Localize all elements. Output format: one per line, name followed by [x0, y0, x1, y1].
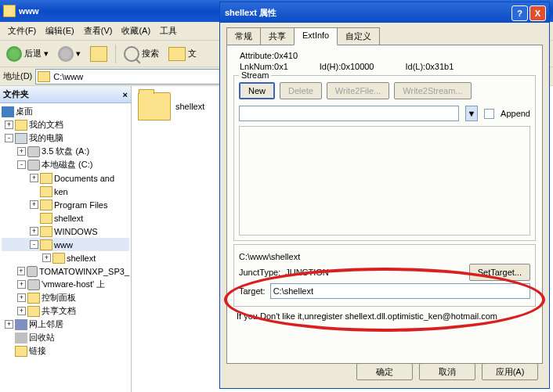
back-icon	[6, 46, 22, 62]
collapse-icon[interactable]: -	[17, 160, 26, 169]
menu-file[interactable]: 文件(F)	[3, 23, 41, 38]
tree-docs[interactable]: +Documents and	[2, 171, 129, 185]
tab-general[interactable]: 常规	[226, 27, 261, 45]
network-icon	[15, 319, 27, 330]
folder-icon	[15, 120, 27, 131]
folders-icon	[168, 47, 186, 61]
folder-icon	[40, 173, 52, 184]
append-checkbox[interactable]	[484, 109, 494, 119]
expand-icon[interactable]: +	[42, 254, 51, 262]
stream-content	[239, 126, 530, 236]
target-label: Target:	[239, 286, 266, 296]
up-button[interactable]	[87, 45, 110, 63]
forward-button[interactable]: ▾	[55, 45, 84, 63]
tree-recycle[interactable]: 回收站	[2, 331, 129, 344]
expand-icon[interactable]: +	[17, 293, 26, 302]
expand-icon[interactable]: +	[17, 280, 26, 289]
tree-network[interactable]: +网上邻居	[2, 318, 129, 331]
tree-cdrive[interactable]: -本地磁盘 (C:)	[2, 158, 129, 171]
tree-shellext[interactable]: shellext	[2, 211, 129, 225]
tab-custom[interactable]: 自定义	[337, 27, 380, 45]
expand-icon[interactable]: +	[30, 174, 38, 182]
target-input[interactable]: C:\shellext	[270, 283, 530, 299]
folder-icon	[138, 92, 171, 120]
tree-www[interactable]: -www	[2, 238, 129, 251]
tree-shared[interactable]: +共享文档	[2, 304, 129, 318]
menu-tools[interactable]: 工具	[155, 23, 182, 38]
expand-icon[interactable]: +	[17, 147, 26, 156]
new-button[interactable]: New	[239, 82, 275, 99]
help-button[interactable]: ?	[511, 5, 528, 21]
tab-extinfo[interactable]: ExtInfo	[294, 27, 338, 45]
ok-button[interactable]: 确定	[356, 363, 413, 380]
expand-icon[interactable]: +	[17, 267, 25, 275]
footer-text: If you Don't like it,unregister shellext…	[232, 308, 537, 324]
settarget-button[interactable]: SetTarget...	[469, 264, 530, 281]
expand-icon[interactable]: +	[30, 200, 38, 209]
apply-button[interactable]: 应用(A)	[482, 363, 538, 380]
cd-icon	[27, 266, 38, 277]
tree-header: 文件夹 ×	[0, 86, 131, 103]
write2stream-button: Write2Stream...	[394, 82, 471, 99]
folder-icon	[40, 213, 52, 224]
folder-icon	[15, 346, 27, 357]
folder-icon	[40, 200, 52, 210]
recycle-icon	[15, 333, 27, 343]
tree-vmware[interactable]: +'vmware-host' 上	[2, 278, 129, 291]
back-button[interactable]: 后退 ▾	[3, 45, 52, 63]
tree-tomato[interactable]: +TOMATOWINXP_SP3_	[2, 264, 129, 278]
write2file-button: Write2File...	[327, 82, 389, 99]
tree-body[interactable]: 桌面 +我的文档 -我的电脑 +3.5 软盘 (A:) -本地磁盘 (C:) +…	[0, 103, 131, 392]
drive-icon	[27, 160, 40, 171]
dialog-title: shellext 属性	[225, 7, 276, 19]
tree-mycomputer[interactable]: -我的电脑	[2, 131, 129, 145]
tree-windows[interactable]: +WINDOWS	[2, 225, 129, 238]
address-path: C:\www	[53, 72, 83, 81]
combo-arrow-icon[interactable]: ▼	[465, 106, 478, 121]
expand-icon[interactable]: +	[17, 307, 26, 315]
menu-edit[interactable]: 编辑(E)	[41, 23, 79, 38]
folder-tree-panel: 文件夹 × 桌面 +我的文档 -我的电脑 +3.5 软盘 (A:) -本地磁盘 …	[0, 86, 132, 392]
folder-icon	[40, 226, 52, 237]
tree-close-button[interactable]: ×	[123, 90, 128, 99]
tree-ken[interactable]: ken	[2, 185, 129, 198]
tab-row: 常规 共享 ExtInfo 自定义	[220, 23, 549, 45]
folder-icon	[52, 253, 65, 264]
stream-combo[interactable]	[239, 106, 459, 121]
address-label: 地址(D)	[3, 70, 32, 82]
junction-group: C:\www\shellext JunctType: JUNCTION SetT…	[233, 244, 536, 307]
idh-label: Id(H):0x10000	[320, 62, 374, 71]
up-folder-icon	[90, 46, 107, 62]
expand-icon[interactable]: +	[5, 320, 13, 329]
menu-favorites[interactable]: 收藏(A)	[117, 23, 155, 38]
dialog-titlebar[interactable]: shellext 属性 ? X	[220, 2, 549, 23]
properties-dialog: shellext 属性 ? X 常规 共享 ExtInfo 自定义 Attrib…	[219, 2, 550, 389]
separator	[115, 45, 116, 63]
folder-icon	[27, 306, 40, 317]
tab-sharing[interactable]: 共享	[260, 27, 295, 45]
tree-floppy[interactable]: +3.5 软盘 (A:)	[2, 145, 129, 158]
tree-desktop[interactable]: 桌面	[2, 105, 129, 118]
idl-label: Id(L):0x31b1	[406, 62, 454, 71]
tree-ctrlpanel[interactable]: +控制面板	[2, 291, 129, 304]
control-panel-icon	[27, 293, 40, 304]
folders-button[interactable]: 文	[165, 45, 200, 63]
collapse-icon[interactable]: -	[30, 240, 38, 249]
desktop-icon	[2, 106, 14, 117]
expand-icon[interactable]: +	[30, 227, 38, 236]
tree-progfiles[interactable]: +Program Files	[2, 198, 129, 211]
tree-links[interactable]: 链接	[2, 344, 129, 358]
juncttype-label: JunctType:	[239, 268, 280, 277]
menu-view[interactable]: 查看(V)	[79, 23, 117, 38]
collapse-icon[interactable]: -	[5, 134, 13, 142]
folder-icon	[38, 71, 50, 82]
folder-icon	[3, 5, 16, 17]
delete-button: Delete	[280, 82, 322, 99]
stream-group: Stream New Delete Write2File... Write2St…	[233, 75, 536, 241]
dialog-close-button[interactable]: X	[530, 5, 546, 21]
search-button[interactable]: 搜索	[121, 45, 162, 63]
tree-shellext-sub[interactable]: +shellext	[2, 251, 129, 264]
expand-icon[interactable]: +	[5, 120, 13, 129]
cancel-button[interactable]: 取消	[419, 363, 475, 380]
tree-mydocs[interactable]: +我的文档	[2, 118, 129, 131]
